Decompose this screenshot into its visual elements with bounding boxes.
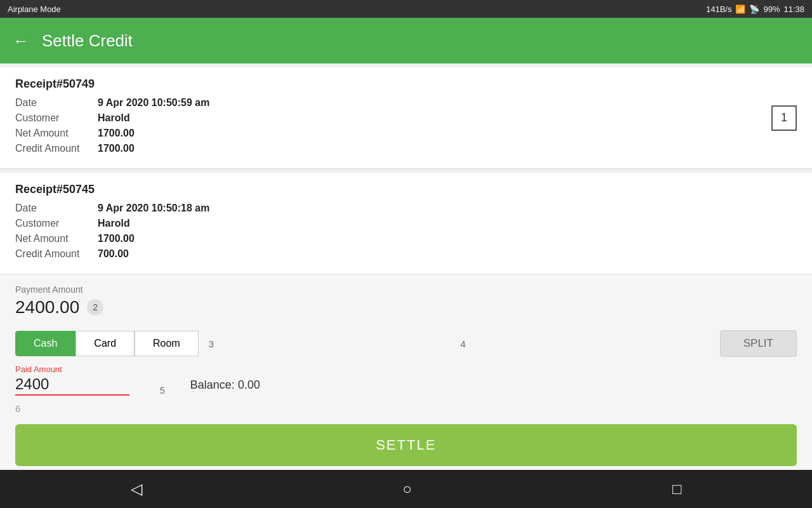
date-value-1: 9 Apr 2020 10:50:59 am: [98, 97, 209, 109]
receipt-number-1: Receipt#50749: [15, 77, 797, 91]
credit-label-2: Credit Amount: [15, 248, 98, 260]
receipt-net-row-2: Net Amount 1700.00: [15, 233, 797, 244]
payment-amount-value: 2400.00: [15, 297, 79, 318]
paid-section: Paid Amount 5 Balance: 0.00: [0, 357, 812, 401]
credit-value-2: 700.00: [98, 248, 129, 260]
customer-value-1: Harold: [98, 112, 130, 124]
nav-home-button[interactable]: ○: [403, 480, 412, 498]
back-button[interactable]: ←: [13, 31, 29, 51]
settle-button[interactable]: SETTLE: [15, 424, 797, 466]
split-number: 4: [461, 338, 466, 349]
status-bar-right: 141B/s 📶 📡 99% 11:38: [706, 4, 804, 14]
app-bar: ← Settle Credit: [0, 18, 812, 64]
receipt-card-1: Receipt#50749 Date 9 Apr 2020 10:50:59 a…: [0, 67, 812, 169]
page-title: Settle Credit: [42, 31, 133, 51]
receipt-number-2: Receipt#50745: [15, 183, 797, 196]
credit-value-1: 1700.00: [98, 143, 134, 154]
customer-label-1: Customer: [15, 112, 98, 124]
main-content: Receipt#50749 Date 9 Apr 2020 10:50:59 a…: [0, 64, 812, 470]
time-text: 11:38: [783, 4, 804, 14]
page-indicator: 1: [771, 105, 797, 131]
net-label-2: Net Amount: [15, 233, 98, 244]
balance-text: Balance: 0.00: [190, 378, 260, 392]
receipt-credit-row-1: Credit Amount 1700.00: [15, 143, 797, 154]
speed-text: 141B/s: [706, 4, 731, 14]
receipt-date-row-2: Date 9 Apr 2020 10:50:18 am: [15, 203, 797, 214]
tab-room[interactable]: Room: [134, 331, 199, 356]
net-value-1: 1700.00: [98, 128, 134, 139]
payment-tabs: Cash Card Room 3 4 SPLIT: [0, 323, 812, 357]
receipt-date-row-1: Date 9 Apr 2020 10:50:59 am: [15, 97, 797, 109]
payment-amount-section: Payment Amount 2400.00 2: [0, 274, 812, 323]
settle-number: 6: [0, 401, 812, 417]
amount-badge: 2: [87, 299, 103, 316]
payment-amount-label: Payment Amount: [15, 284, 797, 295]
paid-input[interactable]: [15, 375, 129, 396]
airplane-mode-text: Airplane Mode: [8, 4, 61, 14]
battery-text: 99%: [763, 4, 780, 14]
date-label-2: Date: [15, 203, 98, 214]
paid-label: Paid Amount: [15, 364, 129, 374]
customer-value-2: Harold: [98, 218, 130, 229]
net-label-1: Net Amount: [15, 128, 98, 139]
tab-cash[interactable]: Cash: [15, 331, 75, 356]
customer-label-2: Customer: [15, 218, 98, 229]
receipt-credit-row-2: Credit Amount 700.00: [15, 248, 797, 260]
receipt-customer-row-2: Customer Harold: [15, 218, 797, 229]
nav-back-button[interactable]: ◁: [131, 480, 142, 498]
paid-field: Paid Amount: [15, 364, 129, 396]
credit-label-1: Credit Amount: [15, 143, 98, 154]
signal-icon: 📶: [735, 4, 745, 14]
date-value-2: 9 Apr 2020 10:50:18 am: [98, 203, 209, 214]
status-bar: Airplane Mode 141B/s 📶 📡 99% 11:38: [0, 0, 812, 18]
bottom-nav: ◁ ○ □: [0, 470, 812, 508]
tab-card[interactable]: Card: [75, 331, 134, 356]
split-button[interactable]: SPLIT: [720, 330, 797, 357]
tabs-number: 3: [209, 338, 214, 349]
date-label-1: Date: [15, 97, 98, 109]
settle-bar: SETTLE: [0, 417, 812, 470]
receipt-card-2: Receipt#50745 Date 9 Apr 2020 10:50:18 a…: [0, 173, 812, 274]
paid-badge: 5: [160, 385, 165, 396]
status-bar-left: Airplane Mode: [8, 4, 61, 14]
nav-recents-button[interactable]: □: [672, 480, 682, 498]
receipt-net-row-1: Net Amount 1700.00: [15, 128, 797, 139]
net-value-2: 1700.00: [98, 233, 134, 244]
receipt-customer-row-1: Customer Harold: [15, 112, 797, 124]
wifi-icon: 📡: [749, 4, 759, 14]
